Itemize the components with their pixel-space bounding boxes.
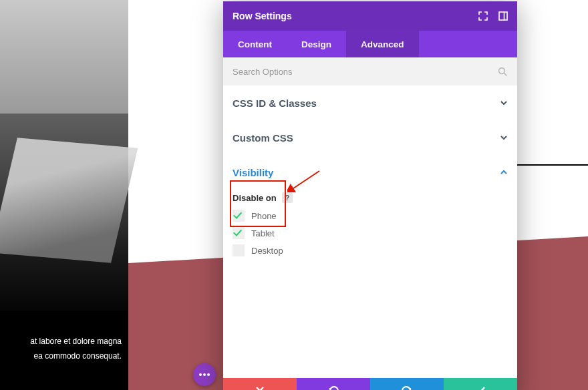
section-css-id-classes[interactable]: CSS ID & Classes <box>233 85 508 120</box>
redo-button[interactable] <box>370 378 444 390</box>
hero-photo <box>0 0 128 311</box>
chevron-up-icon <box>500 168 508 176</box>
checkbox-label: Desktop <box>251 246 283 256</box>
checkbox-label: Tablet <box>251 228 275 238</box>
visibility-body: Disable on ? Phone Tablet Desktop <box>233 190 508 268</box>
svg-point-5 <box>499 67 505 73</box>
hero-initial: W <box>202 182 225 210</box>
save-button[interactable] <box>444 378 517 390</box>
builder-fab-button[interactable] <box>193 363 216 386</box>
section-visibility[interactable]: Visibility <box>233 155 508 190</box>
section-custom-css[interactable]: Custom CSS <box>233 120 508 155</box>
tab-advanced[interactable]: Advanced <box>346 31 419 57</box>
chevron-down-icon <box>500 134 508 142</box>
checkbox-row-phone[interactable]: Phone <box>233 207 508 224</box>
checkbox-label: Phone <box>251 211 277 221</box>
section-label: Custom CSS <box>233 132 293 144</box>
help-icon[interactable]: ? <box>282 192 293 203</box>
search-icon <box>498 67 508 77</box>
checkbox-row-tablet[interactable]: Tablet <box>233 224 508 242</box>
checkbox-tablet[interactable] <box>233 227 245 239</box>
modal-header[interactable]: Row Settings <box>223 1 517 31</box>
hero-caption: at labore et dolore magna ea commodo con… <box>0 311 128 390</box>
tab-content[interactable]: Content <box>223 31 287 57</box>
section-label: Visibility <box>233 167 273 178</box>
modal-title: Row Settings <box>233 11 292 21</box>
checkbox-row-desktop[interactable]: Desktop <box>233 242 508 259</box>
row-settings-modal: Row Settings Content Design Advanced Sea… <box>223 1 517 390</box>
modal-footer <box>223 378 517 390</box>
chevron-down-icon <box>500 99 508 107</box>
snap-icon[interactable] <box>498 11 508 21</box>
lorem-line-1: at labore et dolore magna <box>30 337 122 346</box>
checkbox-phone[interactable] <box>233 210 245 222</box>
expand-icon[interactable] <box>478 11 488 21</box>
checkbox-desktop[interactable] <box>233 244 245 256</box>
disable-on-label: Disable on <box>233 193 277 203</box>
lorem-line-2: ea commodo consequat. <box>34 351 122 361</box>
svg-line-6 <box>504 73 506 75</box>
undo-button[interactable] <box>297 378 370 390</box>
svg-rect-3 <box>499 12 507 20</box>
settings-tabs: Content Design Advanced <box>223 31 517 57</box>
tab-design[interactable]: Design <box>287 31 346 57</box>
svg-point-2 <box>207 373 210 376</box>
search-options-row[interactable]: Search Options <box>223 57 517 85</box>
cancel-button[interactable] <box>223 378 297 390</box>
section-label: CSS ID & Classes <box>233 98 317 109</box>
svg-point-0 <box>199 373 202 376</box>
svg-point-1 <box>203 373 206 376</box>
search-placeholder: Search Options <box>233 67 293 77</box>
